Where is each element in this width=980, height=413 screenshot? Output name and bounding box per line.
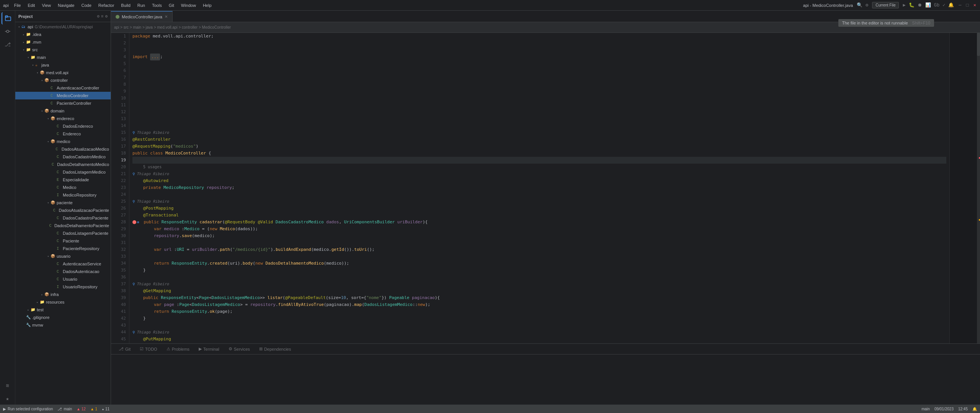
tree-item-paciente-pkg[interactable]: ▾ 📦 paciente	[15, 199, 111, 206]
search-everywhere-icon[interactable]: 🔍	[856, 2, 863, 9]
menu-git[interactable]: Git	[166, 2, 177, 8]
tree-item-usuariorepository[interactable]: I UsuarioRepository	[15, 283, 111, 291]
tree-item-dadosendereco[interactable]: ▸ C DadosEndereco	[15, 122, 111, 130]
tree-item-medico-pkg[interactable]: ▾ 📦 medico	[15, 138, 111, 145]
tree-item-dadoslistagemPaciente[interactable]: C DadosListagemPaciente	[15, 229, 111, 237]
tree-item-src[interactable]: ▾ 📁 src	[15, 46, 111, 54]
line-num-28: 28	[111, 219, 129, 226]
date-status[interactable]: 09/01/2023	[934, 407, 954, 411]
tree-item-resources[interactable]: ▸ 📁 resources	[15, 298, 111, 306]
run-icon[interactable]: ▶	[902, 2, 906, 9]
coverage-icon[interactable]: ⏺	[917, 2, 923, 9]
menu-build[interactable]: Build	[118, 2, 133, 8]
tab-medicocontroller[interactable]: MedicoController.java ✕	[111, 11, 173, 22]
menu-edit[interactable]: Edit	[24, 2, 38, 8]
tree-item-autenticacaoservice[interactable]: C AutenticacaoService	[15, 260, 111, 268]
debug-icon[interactable]: 🐛	[908, 2, 915, 9]
tree-item-dadosdetalhamentopaciente[interactable]: C DadosDetalhamentoPaciente	[15, 222, 111, 229]
menu-window[interactable]: Window	[178, 2, 199, 8]
bottom-tab-services[interactable]: ⚙ Services	[224, 344, 255, 354]
line-num-2: 2	[111, 40, 129, 47]
menu-help[interactable]: Help	[200, 2, 215, 8]
close-icon[interactable]: ✕	[973, 2, 977, 9]
tree-item-endereco-pkg[interactable]: ▾ 📦 endereco	[15, 115, 111, 122]
tab-close-button[interactable]: ✕	[165, 15, 168, 19]
menu-view[interactable]: View	[39, 2, 54, 8]
code-area[interactable]: package med.voll.api.controller; import …	[129, 33, 949, 343]
tree-item-dadosatualizacaomedico[interactable]: ▸ C DadosAtualizacaoMedico	[15, 145, 111, 153]
tree-item-medicorepository[interactable]: ▸ I MedicoRepository	[15, 191, 111, 199]
bottom-tab-todo[interactable]: ☑ TODO	[135, 344, 162, 354]
status-bar: ▶ Run selected configuration ⎇ main ▲ 12…	[0, 405, 980, 413]
tree-item-dadoscadastromedico[interactable]: ▸ C DadosCadastroMedico	[15, 153, 111, 161]
menu-navigate[interactable]: Navigate	[55, 2, 77, 8]
vcs-icon[interactable]: Gb	[933, 2, 940, 9]
tree-item-mvnw[interactable]: 🔧 mvnw	[15, 321, 111, 329]
tree-item-infra[interactable]: ▸ 📦 infra	[15, 291, 111, 298]
settings-icon[interactable]: ⚙	[865, 2, 869, 9]
bottom-tab-terminal[interactable]: ▶ Terminal	[194, 344, 224, 354]
current-file-button[interactable]: Current File	[872, 2, 899, 8]
bottom-tab-dependencies[interactable]: ⊞ Dependencies	[255, 344, 296, 354]
tree-item-mvn[interactable]: ▸ 📁 .mvn	[15, 38, 111, 46]
sidebar-item-pull-requests[interactable]: ⎇	[2, 38, 14, 50]
tree-item-pacienteRepository[interactable]: I PacienteRepository	[15, 245, 111, 252]
git-branch-status[interactable]: ⎇ main	[57, 407, 72, 411]
tree-item-endereco[interactable]: ▸ C Endereco	[15, 130, 111, 138]
menu-refactor[interactable]: Refactor	[95, 2, 118, 8]
tree-item-test[interactable]: ▸ 📁 test	[15, 306, 111, 314]
code-line-32	[132, 274, 946, 281]
tree-item-package[interactable]: ▾ 📦 med.voll.api	[15, 69, 111, 76]
profile-icon[interactable]: 📊	[924, 2, 932, 9]
panel-expand-icon[interactable]: ≡	[101, 14, 104, 19]
panel-settings-icon[interactable]: ⚙	[97, 14, 100, 19]
tree-item-gitignore[interactable]: 🔧 .gitignore	[15, 314, 111, 321]
tree-item-idea[interactable]: ▸ 📁 .idea	[15, 31, 111, 38]
notifications-icon[interactable]: 🔔	[947, 2, 955, 9]
info-status[interactable]: ⬥ 11	[102, 407, 109, 411]
branch-status[interactable]: main	[921, 407, 930, 411]
menu-run[interactable]: Run	[134, 2, 148, 8]
line-num-43: 43	[111, 322, 129, 329]
run-config-status[interactable]: ▶ Run selected configuration	[3, 407, 53, 411]
tree-item-usuario-pkg[interactable]: ▾ 📦 usuario	[15, 252, 111, 260]
code-line-13	[132, 115, 946, 122]
tree-item-especialidade[interactable]: ▸ E Especialidade	[15, 176, 111, 184]
tree-item-dadoslistagemmedico[interactable]: ▸ C DadosListagemMedico	[15, 168, 111, 176]
notifications-status[interactable]: 🔔	[972, 407, 977, 411]
panel-layout-icon[interactable]: ⚙	[105, 14, 108, 19]
tree-item-domain[interactable]: ▾ 📦 domain	[15, 107, 111, 115]
tree-item-usuario[interactable]: C Usuario	[15, 275, 111, 283]
minimize-icon[interactable]: ─	[958, 2, 962, 9]
tree-item-medico-controller[interactable]: ▸ C MedicoController	[15, 92, 111, 99]
tree-item-controller[interactable]: ▾ 📦 controller	[15, 76, 111, 84]
check-icon[interactable]: ✓	[942, 2, 946, 9]
bottom-tabs: ⎇ Git ☑ TODO ⚠ Problems ▶ Terminal ⚙ S	[111, 344, 980, 354]
sidebar-item-project[interactable]	[2, 12, 14, 24]
menu-tools[interactable]: Tools	[149, 2, 165, 8]
maximize-icon[interactable]: □	[965, 2, 970, 9]
bottom-tab-problems[interactable]: ⚠ Problems	[162, 344, 194, 354]
tree-item-main[interactable]: ▾ 📁 main	[15, 54, 111, 61]
bottom-tab-git[interactable]: ⎇ Git	[114, 344, 135, 354]
sidebar-item-structure[interactable]: ≋	[2, 379, 14, 392]
tree-item-autenticacao-controller[interactable]: ▸ C AutenticacaoController	[15, 84, 111, 92]
tree-item-dadosdetalhamentomedico[interactable]: ▸ C DadosDetalhamentoMedico	[15, 161, 111, 168]
warnings-status[interactable]: ▲ 1	[90, 407, 97, 411]
errors-status[interactable]: ▲ 12	[77, 407, 86, 411]
tree-item-medico[interactable]: ▸ C Medico	[15, 184, 111, 191]
tree-item-java[interactable]: ▾ ☕ java	[15, 61, 111, 69]
menu-code[interactable]: Code	[78, 2, 94, 8]
code-line-24: ⊛ public ResponseEntity cadastrar(@Reque…	[132, 219, 946, 226]
sidebar-item-bookmarks[interactable]: ★	[2, 392, 14, 405]
tree-item-paciente[interactable]: C Paciente	[15, 237, 111, 245]
menu-file[interactable]: File	[11, 2, 24, 8]
tree-item-api[interactable]: ▾ 🗂 api G:\Documentos\ALURA\spring\api	[15, 23, 111, 31]
tree-item-dadosatualizacaopaciente[interactable]: C DadosAtualizacaoPaciente	[15, 206, 111, 214]
tree-item-dadoscadastropaciente[interactable]: C DadosCadastroPaciente	[15, 214, 111, 222]
tree-item-dadosautenticacao[interactable]: C DadosAutenticacao	[15, 268, 111, 275]
sidebar-item-commit[interactable]	[2, 25, 14, 37]
project-panel-header: Project ⚙ ≡ ⚙	[15, 11, 111, 22]
line-num-5: 5	[111, 60, 129, 67]
tree-item-paciente-controller[interactable]: ▸ C PacienteController	[15, 99, 111, 107]
